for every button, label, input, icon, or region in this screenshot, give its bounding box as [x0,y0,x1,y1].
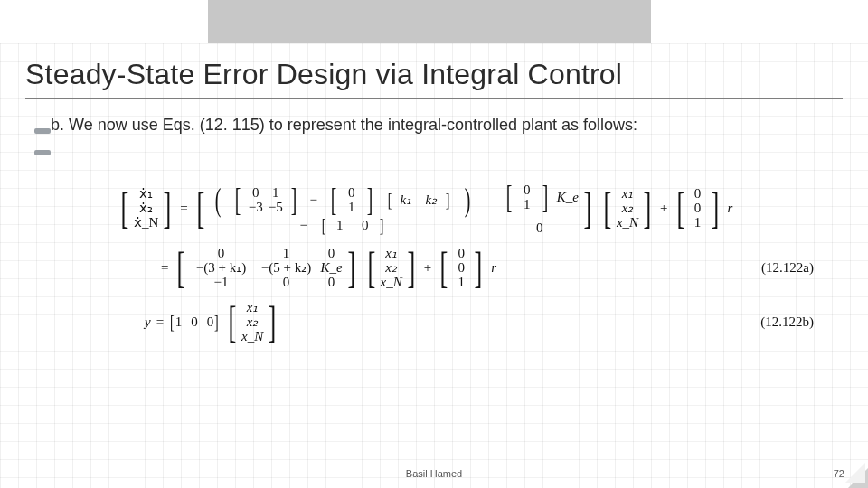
footer-author: Basil Hamed [406,468,462,479]
Br-vector: [ 0 0 1 ] [674,186,722,230]
C-row: [ 1 0 0 ] [169,312,220,333]
title-underline [25,98,843,99]
eq-number-a: (12.122a) [761,260,814,276]
paragraph-b: b. We now use Eqs. (12. 115) to represen… [51,114,817,136]
eq-number-b: (12.122b) [760,314,814,330]
corner-fold-icon [848,468,868,488]
A-expanded: [ 0 −(3 + k₁) −1 1 −(5 + k₂) 0 0 K_e 0 ] [174,246,358,289]
page-title: Steady-State Error Design via Integral C… [25,58,622,91]
footer-page-number: 72 [834,468,844,479]
margin-tick [34,150,51,155]
xdot-vector: [ ẋ₁ ẋ₂ ẋ_N ] [118,186,175,230]
margin-tick [34,128,51,134]
equals-sign: = [180,201,187,216]
block-matrix-outer: [ ( [ 0−3 1−5 ] − [ 01 [193,181,595,235]
slide: Steady-State Error Design via Integral C… [0,0,868,488]
y-label: y [145,314,151,330]
x-vector: [ x₁ x₂ x_N ] [600,186,655,230]
equation-block: [ ẋ₁ ẋ₂ ẋ_N ] = [ ( [ 0−3 1− [118,181,814,354]
